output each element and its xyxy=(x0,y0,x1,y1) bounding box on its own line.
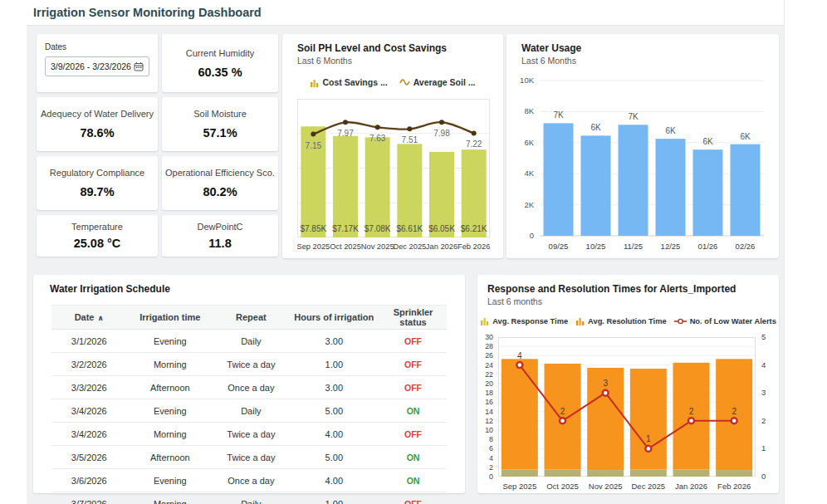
water-usage-bar[interactable] xyxy=(544,123,574,236)
bar-value-label: $6.21K xyxy=(461,224,487,233)
dates-filter-label: Dates xyxy=(45,42,149,51)
response-time-bar-segment[interactable] xyxy=(673,470,710,477)
cost-savings-bar[interactable] xyxy=(333,136,358,237)
water-usage-bar[interactable] xyxy=(619,125,648,236)
table-row[interactable]: 3/1/2026EveningDaily3.00OFF xyxy=(51,330,447,353)
point-value-label: 7.15 xyxy=(306,141,322,150)
sort-ascending-icon[interactable]: ∧ xyxy=(97,314,103,322)
table-row[interactable]: 3/4/2026MorningTwice a day4.00OFF xyxy=(51,423,447,446)
panel-subtitle: Last 6 Months xyxy=(521,56,779,66)
low-water-alerts-point[interactable] xyxy=(732,418,737,423)
cell-repeat: Twice a day xyxy=(213,446,288,469)
low-water-alerts-point[interactable] xyxy=(688,418,694,423)
cell-repeat: Daily xyxy=(213,399,288,423)
x-axis-label: Sep 2025 xyxy=(502,482,536,491)
table-row[interactable]: 3/4/2026EveningDaily5.00ON xyxy=(51,399,447,423)
resolution-time-bar-segment[interactable] xyxy=(545,364,581,470)
x-axis-label: 10/25 xyxy=(586,242,606,251)
water-usage-bar[interactable] xyxy=(693,149,723,236)
cell-repeat: Once a day xyxy=(213,469,288,492)
soil-ph-point[interactable] xyxy=(375,125,380,130)
soil-ph-point[interactable] xyxy=(439,120,444,125)
low-water-alerts-point[interactable] xyxy=(560,418,565,423)
cell-hours-of-irrigation: 4.00 xyxy=(289,423,379,446)
point-value-label: 7.63 xyxy=(369,134,386,143)
panel-title: Soil PH Level and Cost Savings xyxy=(297,42,503,54)
chart-legend: Cost Savings ... Average Soil ... xyxy=(282,77,503,87)
right-margin xyxy=(784,0,827,504)
resolution-time-bar-segment[interactable] xyxy=(502,359,538,469)
kpi-temperature: Temperature 25.08 °C xyxy=(37,215,158,257)
y-axis-label: 8K xyxy=(524,106,534,115)
x-axis-label: 12/25 xyxy=(661,242,681,251)
kpi-label: Soil Moisture xyxy=(193,109,247,119)
legend-item-avg-resolution-time[interactable]: Avg. Resolution Time xyxy=(575,316,667,325)
soil-ph-point[interactable] xyxy=(343,120,348,125)
table-row[interactable]: 3/7/2026MorningDaily1.00OFF xyxy=(51,492,447,504)
bar-series-icon xyxy=(310,78,319,87)
cell-sprinkler-status: ON xyxy=(379,469,447,492)
low-water-alerts-point[interactable] xyxy=(516,362,522,368)
low-water-alerts-point[interactable] xyxy=(645,446,651,452)
kpi-label: Adequecy of Water Delivery xyxy=(41,109,154,119)
cell-hours-of-irrigation: 1.00 xyxy=(289,492,379,504)
legend-label: No. of Low Water Alerts xyxy=(690,317,776,325)
column-header-date[interactable]: Date∧ xyxy=(51,306,126,330)
table-row[interactable]: 3/2/2026MorningTwice a day1.00OFF xyxy=(51,353,447,376)
column-header-hours[interactable]: Hours of irrigation xyxy=(289,306,379,330)
date-range-input[interactable]: 3/9/2026 - 3/23/2026 xyxy=(45,56,149,76)
kpi-value: 57.1% xyxy=(203,126,237,139)
legend-item-average-soil[interactable]: Average Soil ... xyxy=(399,77,476,87)
kpi-current-humidity: Current Humidity 60.35 % xyxy=(162,34,278,92)
cell-sprinkler-status: OFF xyxy=(379,423,447,446)
left-axis-label: 28 xyxy=(485,342,493,350)
response-time-bar-segment[interactable] xyxy=(587,470,624,477)
column-header-irrigation-time[interactable]: Irrigation time xyxy=(126,306,213,330)
soil-ph-point[interactable] xyxy=(407,126,412,131)
table-row[interactable]: 3/6/2026EveningOnce a day4.00ON xyxy=(51,469,447,492)
y-axis-label: 0 xyxy=(530,231,534,240)
column-header-repeat[interactable]: Repeat xyxy=(213,306,288,330)
left-axis-label: 18 xyxy=(485,389,493,397)
cell-hours-of-irrigation: 3.00 xyxy=(289,330,379,353)
soil-ph-point[interactable] xyxy=(472,130,477,135)
point-value-label: 2 xyxy=(732,407,736,416)
x-axis-label: Feb 2026 xyxy=(458,242,490,251)
response-time-bar-segment[interactable] xyxy=(502,470,538,477)
bar-series-icon xyxy=(575,316,585,325)
cell-sprinkler-status: OFF xyxy=(379,353,447,376)
irrigation-schedule-table: Date∧ Irrigation time Repeat Hours of ir… xyxy=(51,305,447,504)
water-usage-chart: 10K8K6K4K2K07K6K7K6K6K6K09/2510/2511/251… xyxy=(515,72,779,259)
kpi-label: Current Humidity xyxy=(186,48,255,58)
x-axis-label: Jan 2026 xyxy=(426,242,458,251)
kpi-dewpointc: DewPointC 11.8 xyxy=(162,215,278,257)
column-header-sprinkler-status[interactable]: Sprinkler status xyxy=(379,306,447,330)
calendar-icon[interactable] xyxy=(134,61,144,71)
water-usage-bar[interactable] xyxy=(731,144,761,236)
legend-label: Avg. Response Time xyxy=(492,317,568,325)
water-usage-bar[interactable] xyxy=(656,139,686,236)
response-time-bar-segment[interactable] xyxy=(716,470,752,477)
table-row[interactable]: 3/5/2026AfternoonTwice a day5.00ON xyxy=(51,446,447,469)
response-time-bar-segment[interactable] xyxy=(630,470,667,477)
cost-savings-bar[interactable] xyxy=(365,137,390,237)
point-value-label: 7.98 xyxy=(433,129,450,138)
legend-item-avg-response-time[interactable]: Avg. Response Time xyxy=(480,316,568,325)
table-row[interactable]: 3/3/2026AfternoonOnce a day3.00OFF xyxy=(51,376,447,399)
legend-item-low-water-alerts[interactable]: No. of Low Water Alerts xyxy=(674,317,776,325)
legend-label: Average Soil ... xyxy=(414,77,476,87)
water-usage-bar[interactable] xyxy=(581,135,611,236)
resolution-time-bar-segment[interactable] xyxy=(630,369,667,470)
right-axis-label: 1 xyxy=(761,443,766,453)
kpi-value: 11.8 xyxy=(208,237,231,250)
kpi-value: 89.7% xyxy=(80,185,114,198)
point-value-label: 2 xyxy=(560,407,565,416)
y-axis-label: 10K xyxy=(520,76,535,85)
legend-item-cost-savings[interactable]: Cost Savings ... xyxy=(310,77,387,87)
soil-ph-point[interactable] xyxy=(311,132,316,137)
right-axis-label: 4 xyxy=(761,360,766,369)
resolution-time-bar-segment[interactable] xyxy=(673,363,710,470)
response-time-bar-segment[interactable] xyxy=(545,470,581,477)
low-water-alerts-point[interactable] xyxy=(603,390,609,396)
bar-value-label: 6K xyxy=(665,126,676,135)
